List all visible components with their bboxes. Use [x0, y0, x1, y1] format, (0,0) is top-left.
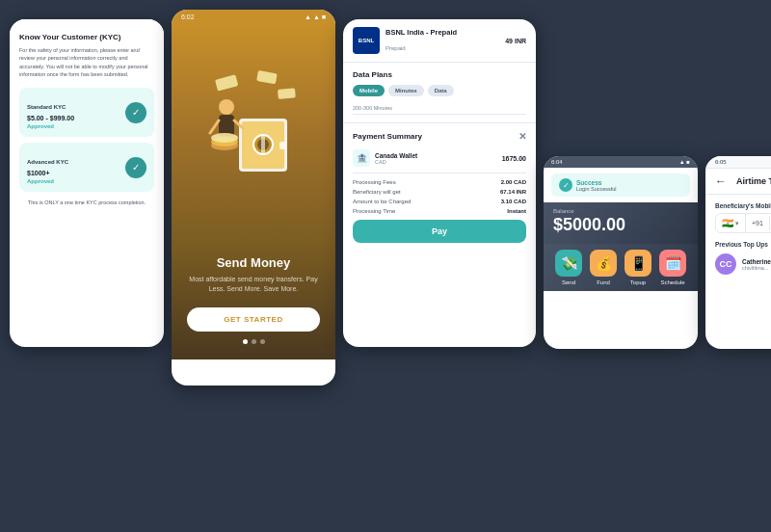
balance-status-bar: 6:04 ▲ ■ [544, 156, 698, 168]
svg-rect-5 [279, 142, 285, 149]
phone-input-row: 🇮🇳 ▾ +91 0000000000 👤 [715, 213, 771, 233]
advanced-kyc-icon: ✓ [125, 157, 146, 178]
airtime-title: Airtime Top Up [736, 176, 771, 186]
svg-point-15 [211, 133, 238, 143]
beneficiary-value: 67.14 INR [500, 189, 526, 195]
data-plans-tabs: Mobile Minutes Data [353, 85, 526, 96]
send-money-signal: ▲ ▲ ■ [305, 13, 326, 20]
success-banner: ✓ Success Login Successful [551, 173, 690, 197]
carrier-type: Prepaid [386, 45, 406, 51]
contact-info: Catherine Chivihlma chivihlma... [742, 258, 771, 271]
processing-time-label: Processing Time [353, 208, 395, 214]
processing-time-row: Processing Time Instant [353, 208, 526, 214]
balance-amount: $5000.00 [553, 215, 688, 235]
bsnl-logo: BSNL [353, 27, 380, 54]
send-money-bottom: Send Money Most affordable send money tr… [172, 246, 335, 359]
tab-data[interactable]: Data [428, 85, 454, 96]
dot-1 [243, 339, 248, 344]
kyc-content: Know Your Customer (KYC) For the safety … [10, 19, 164, 215]
tab-mobile[interactable]: Mobile [353, 85, 385, 96]
fund-label: Fund [597, 279, 610, 285]
send-money-status-bar: 6:02 ▲ ▲ ■ [172, 10, 335, 24]
send-money-hero [172, 24, 335, 246]
balance-signal: ▲ ■ [679, 159, 690, 165]
svg-rect-7 [256, 70, 278, 84]
pay-button[interactable]: Pay [353, 220, 526, 243]
schedule-action[interactable]: 🗓️ Schedule [659, 250, 686, 285]
flag-icon: 🇮🇳 [722, 218, 733, 228]
wallet-row: 🏦 Canada Wallet CAD 1675.00 [353, 149, 526, 167]
standard-kyc-status: Approved [27, 123, 74, 129]
wallet-label: Canada Wallet [375, 152, 417, 159]
send-money-desc: Most affordable send money transfers. Pa… [187, 275, 320, 294]
success-text-block: Success Login Successful [576, 179, 617, 192]
standard-kyc-card: Standard KYC $5.00 - $999.00 Approved ✓ [19, 88, 154, 137]
kyc-description: For the safety of your information, plea… [19, 46, 154, 78]
carrier-name: BSNL India - Prepaid [386, 28, 457, 37]
data-plans-title: Data Plans [353, 70, 526, 79]
standard-kyc-label: Standard KYC [27, 104, 66, 110]
success-check-icon: ✓ [559, 178, 572, 192]
advanced-kyc-status: Approved [27, 178, 68, 184]
bsnl-header: BSNL BSNL India - Prepaid Prepaid 49 INR [343, 19, 536, 63]
svg-rect-8 [278, 88, 296, 99]
send-label: Send [562, 279, 575, 285]
country-code: +91 [746, 216, 770, 230]
dot-2 [252, 339, 256, 344]
carrier-info: BSNL India - Prepaid Prepaid [386, 28, 457, 54]
contact-name: Catherine Chivihlma [742, 258, 771, 265]
close-button[interactable]: ✕ [518, 131, 526, 142]
topup-action[interactable]: 📱 Topup [625, 250, 651, 285]
chevron-down-icon: ▾ [735, 220, 739, 227]
contact-avatar: CC [715, 253, 736, 275]
success-subtitle: Login Successful [576, 186, 617, 192]
balance-time: 6:04 [551, 159, 563, 165]
prev-topups-label: Previous Top Ups [715, 241, 771, 248]
beneficiary-field-label: Beneficiary's Mobile Number [715, 202, 771, 209]
advanced-kyc-info: Advanced KYC $1000+ Approved [27, 150, 68, 184]
schedule-label: Schedule [660, 279, 684, 285]
advanced-kyc-range: $1000+ [27, 170, 68, 176]
advanced-kyc-label: Advanced KYC [27, 159, 68, 165]
beneficiary-label: Beneficiary will get [353, 189, 401, 195]
wallet-icon: 🏦 [353, 149, 370, 167]
success-title: Success [576, 179, 617, 186]
airtime-status-bar: 6:05 ▲ ■ [705, 156, 771, 169]
amount-charged-label: Amount to be Charged [353, 199, 411, 204]
pagination-dots [187, 339, 320, 344]
wallet-sub: CAD [375, 159, 417, 165]
schedule-icon: 🗓️ [659, 250, 686, 277]
kyc-note: This is ONLY a one time KYC process comp… [19, 200, 154, 205]
beneficiary-row: Beneficiary will get 67.14 INR [353, 189, 526, 195]
airtime-time: 6:05 [715, 159, 727, 165]
kyc-title: Know Your Customer (KYC) [19, 33, 154, 41]
tab-minutes[interactable]: Minutes [388, 85, 424, 96]
standard-kyc-range: $5.00 - $999.00 [27, 115, 74, 121]
phone-kyc: Know Your Customer (KYC) For the safety … [10, 19, 164, 347]
get-started-button[interactable]: GET STARTED [187, 307, 320, 332]
contact-row: CC Catherine Chivihlma chivihlma... -100… [715, 253, 771, 275]
fund-icon: 💰 [590, 250, 617, 277]
processing-fees-row: Processing Fees 2.00 CAD [353, 179, 526, 185]
wallet-info: Canada Wallet CAD [375, 152, 417, 165]
action-icons: 💸 Send 💰 Fund 📱 Topup 🗓️ Schedule [544, 244, 698, 291]
standard-kyc-info: Standard KYC $5.00 - $999.00 Approved [27, 95, 74, 129]
phone-send-money: 6:02 ▲ ▲ ■ [172, 10, 335, 386]
contact-phone: chivihlma... [742, 265, 771, 271]
svg-line-11 [210, 120, 219, 133]
svg-rect-4 [261, 135, 265, 154]
phone-airtime: 6:05 ▲ ■ ← Airtime Top Up Beneficiary's … [705, 156, 771, 349]
phone-balance: 6:04 ▲ ■ ✓ Success Login Successful Bala… [544, 156, 698, 349]
fund-action[interactable]: 💰 Fund [590, 250, 617, 285]
back-arrow-icon[interactable]: ← [715, 174, 727, 188]
svg-point-9 [219, 99, 234, 115]
flag-selector[interactable]: 🇮🇳 ▾ [716, 214, 746, 232]
plan-row: 200-300 Minutes [353, 102, 526, 115]
processing-time-value: Instant [507, 208, 526, 214]
svg-rect-10 [219, 115, 234, 136]
wallet-amount: 1675.00 [502, 155, 526, 162]
topup-label: Topup [630, 279, 646, 285]
standard-kyc-icon: ✓ [125, 102, 146, 123]
send-action[interactable]: 💸 Send [555, 250, 582, 285]
processing-fees-label: Processing Fees [353, 179, 396, 185]
